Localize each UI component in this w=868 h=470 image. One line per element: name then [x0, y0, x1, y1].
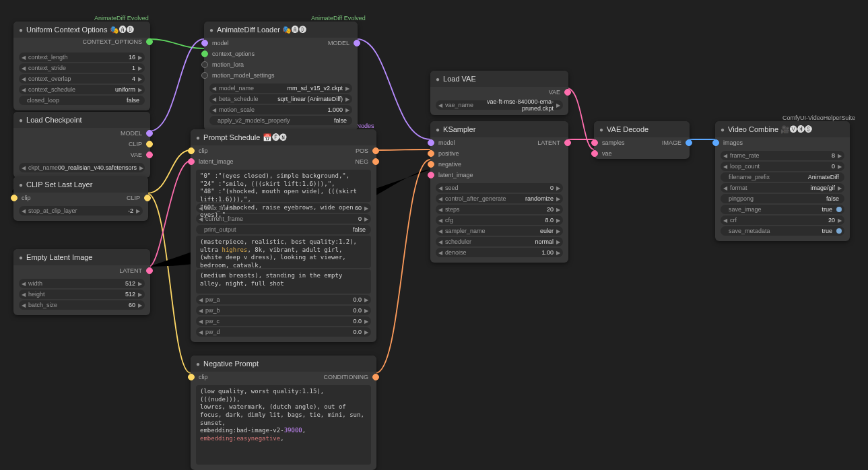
- output-port-clip[interactable]: [146, 141, 153, 147]
- input-port-vae[interactable]: [591, 150, 598, 157]
- output-port[interactable]: [146, 38, 153, 45]
- widget-crf[interactable]: ◀crf20▶: [721, 215, 844, 225]
- node-video-combine[interactable]: ●Video Combine 🎥🅥🅗🅢 images ◀frame_rate8▶…: [715, 121, 850, 241]
- input-port-clip[interactable]: [188, 374, 195, 380]
- collapse-icon[interactable]: ●: [196, 360, 200, 368]
- output-port-latent[interactable]: [146, 267, 153, 274]
- output-label: MODEL: [328, 40, 349, 46]
- widget-pw-b[interactable]: ◀pw_b0.0▶: [196, 306, 371, 315]
- output-port-conditioning[interactable]: [372, 374, 379, 380]
- widget-steps[interactable]: ◀steps20▶: [436, 205, 563, 214]
- widget-save-metadata[interactable]: save_metadatatrue: [721, 226, 844, 236]
- widget-denoise[interactable]: ◀denoise1.00▶: [436, 248, 563, 257]
- widget-pw-c[interactable]: ◀pw_c0.0▶: [196, 316, 371, 326]
- widget-frame-rate[interactable]: ◀frame_rate8▶: [721, 151, 844, 160]
- widget-print-output[interactable]: print_outputfalse: [196, 225, 371, 234]
- collapse-icon[interactable]: ●: [19, 26, 23, 34]
- collapse-icon[interactable]: ●: [436, 75, 440, 83]
- input-port-model[interactable]: [201, 40, 208, 46]
- input-port-images[interactable]: [712, 139, 719, 146]
- widget-seed[interactable]: ◀seed0▶: [436, 183, 563, 193]
- node-title: KSampler: [443, 125, 475, 133]
- textarea-schedule[interactable]: "0" :"(eyes closed), simple background,"…: [196, 170, 371, 202]
- widget-batch-size[interactable]: ◀batch_size60▶: [19, 300, 145, 310]
- input-port-clip[interactable]: [188, 147, 195, 154]
- widget-max-frames[interactable]: ◀max_frames60▶: [196, 203, 371, 213]
- widget-context-length[interactable]: ◀context_length16▶: [19, 53, 145, 62]
- widget-current-frame[interactable]: ◀current_frame0▶: [196, 214, 371, 224]
- node-uniform-context-options[interactable]: ●Uniform Context Options 🎭🅐🅓 CONTEXT_OPT…: [13, 22, 150, 110]
- widget-context-stride[interactable]: ◀context_stride1▶: [19, 63, 145, 73]
- collapse-icon[interactable]: ●: [436, 126, 440, 133]
- widget-stop-at-clip-layer[interactable]: ◀stop_at_clip_layer-2▶: [19, 206, 143, 215]
- widget-vae-name[interactable]: ◀vae_namevae-ft-mse-840000-ema-pruned.ck…: [436, 100, 563, 110]
- input-port-latent[interactable]: [188, 158, 195, 165]
- textarea-prompt2[interactable]: (medium breasts), standing in the empty …: [196, 269, 371, 294]
- output-port-clip[interactable]: [144, 195, 151, 201]
- widget-control-after-generate[interactable]: ◀control_after_generaterandomize▶: [436, 194, 563, 203]
- widget-ckpt-name[interactable]: ◀ckpt_name00_realisian_v40.safetensors▶: [19, 163, 145, 172]
- widget-width[interactable]: ◀width512▶: [19, 279, 145, 288]
- node-title: Load VAE: [443, 75, 476, 83]
- widget-format[interactable]: ◀formatimage/gif▶: [721, 183, 844, 193]
- collapse-icon[interactable]: ●: [19, 116, 23, 124]
- input-port-latent[interactable]: [428, 172, 434, 178]
- input-port-clip[interactable]: [11, 195, 18, 201]
- collapse-icon[interactable]: ●: [19, 181, 23, 189]
- widget-loop-count[interactable]: ◀loop_count0▶: [721, 162, 844, 171]
- node-title: AnimateDiff Loader 🎭🅐🅓: [217, 26, 306, 34]
- widget-pw-a[interactable]: ◀pw_a0.0▶: [196, 295, 371, 304]
- widget-motion-scale[interactable]: ◀motion_scale1.000▶: [209, 105, 352, 114]
- node-negative-prompt[interactable]: ●Negative Prompt clip CONDITIONING (low …: [191, 356, 376, 470]
- widget-sampler-name[interactable]: ◀sampler_nameeuler▶: [436, 226, 563, 236]
- node-title: VAE Decode: [607, 125, 648, 133]
- node-prompt-schedule[interactable]: ●Prompt Schedule 📅🅕🅝 clip POS latent_ima…: [191, 129, 376, 342]
- output-port-model[interactable]: [354, 40, 360, 46]
- node-vae-decode[interactable]: ●VAE Decode samples IMAGE vae: [594, 121, 690, 159]
- output-port-model[interactable]: [146, 130, 153, 137]
- output-port-pos[interactable]: [372, 147, 379, 154]
- widget-context-overlap[interactable]: ◀context_overlap4▶: [19, 74, 145, 83]
- widget-pingpong[interactable]: pingpongfalse: [721, 194, 844, 203]
- input-port-positive[interactable]: [428, 150, 434, 157]
- textarea-prompt[interactable]: (masterpiece, realistic, best quality:1.…: [196, 236, 371, 268]
- input-port-context[interactable]: [201, 51, 208, 57]
- widget-cfg[interactable]: ◀cfg8.0▶: [436, 215, 563, 225]
- widget-filename-prefix[interactable]: filename_prefixAnimateDiff: [721, 172, 844, 182]
- widget-context-schedule[interactable]: ◀context_scheduleuniform▶: [19, 85, 145, 94]
- node-load-vae[interactable]: ●Load VAE VAE ◀vae_namevae-ft-mse-840000…: [430, 71, 568, 115]
- collapse-icon[interactable]: ●: [19, 254, 23, 261]
- input-port-samples[interactable]: [591, 139, 598, 146]
- input-port-negative[interactable]: [428, 161, 434, 168]
- collapse-icon[interactable]: ●: [599, 126, 603, 133]
- widget-model-name[interactable]: ◀model_namemm_sd_v15_v2.ckpt▶: [209, 83, 352, 93]
- node-load-checkpoint[interactable]: ●Load Checkpoint MODEL CLIP VAE ◀ckpt_na…: [13, 112, 150, 178]
- widget-closed-loop[interactable]: closed_loopfalse: [19, 96, 145, 105]
- widget-beta-schedule[interactable]: ◀beta_schedulesqrt_linear (AnimateDiff)▶: [209, 94, 352, 104]
- node-title: Load Checkpoint: [26, 116, 82, 124]
- node-title: Empty Latent Image: [26, 253, 92, 261]
- collapse-icon[interactable]: ●: [196, 134, 200, 141]
- output-port-neg[interactable]: [372, 158, 379, 165]
- widget-save-image[interactable]: save_imagetrue: [721, 205, 844, 214]
- output-port-image[interactable]: [686, 139, 692, 146]
- output-port-vae[interactable]: [564, 89, 571, 96]
- collapse-icon[interactable]: ●: [209, 26, 213, 34]
- widget-scheduler[interactable]: ◀schedulernormal▶: [436, 237, 563, 246]
- textarea-negative[interactable]: (low quality, worst quality:1.15), (((nu…: [196, 385, 371, 465]
- input-port-lora[interactable]: [201, 61, 208, 68]
- input-port-mm[interactable]: [201, 72, 208, 79]
- input-port-model[interactable]: [428, 139, 434, 146]
- collapse-icon[interactable]: ●: [721, 126, 725, 133]
- output-port-vae[interactable]: [146, 152, 153, 158]
- widget-height[interactable]: ◀height512▶: [19, 290, 145, 299]
- output-label: CONTEXT_OPTIONS: [82, 38, 142, 45]
- widget-pw-d[interactable]: ◀pw_d0.0▶: [196, 327, 371, 337]
- node-clip-set-last-layer[interactable]: ●CLIP Set Last Layer clip CLIP ◀stop_at_…: [13, 176, 148, 221]
- widget-apply-v2[interactable]: apply_v2_models_properlyfalse: [209, 116, 352, 125]
- node-empty-latent-image[interactable]: ●Empty Latent Image LATENT ◀width512▶ ◀h…: [13, 249, 150, 315]
- toggle-dot-icon: [836, 228, 842, 234]
- node-animatediff-loader[interactable]: ●AnimateDiff Loader 🎭🅐🅓 model MODEL cont…: [204, 22, 358, 131]
- output-port-latent[interactable]: [564, 139, 571, 146]
- node-ksampler[interactable]: ●KSampler model LATENT positive negative…: [430, 121, 568, 263]
